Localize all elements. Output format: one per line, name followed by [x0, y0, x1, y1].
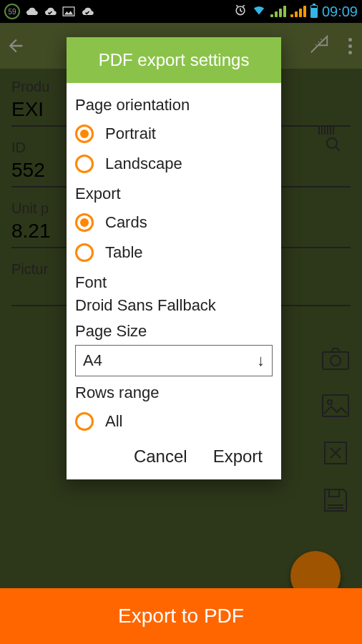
orientation-label: Page orientation: [75, 96, 273, 114]
status-badge: 59: [4, 4, 20, 19]
signal-icon: [290, 6, 306, 17]
radio-label: Table: [105, 243, 143, 262]
cancel-button[interactable]: Cancel: [134, 447, 187, 467]
cloud-check-icon: [80, 6, 94, 16]
dialog-title: PDF export settings: [67, 37, 281, 83]
page-size-select[interactable]: A4 ↓: [75, 345, 273, 376]
alarm-icon: [233, 3, 248, 20]
export-label: Export: [75, 185, 273, 203]
radio-all-rows[interactable]: All: [75, 406, 273, 436]
pdf-export-dialog: PDF export settings Page orientation Por…: [67, 37, 281, 479]
radio-label: Landscape: [105, 155, 182, 173]
image-icon: [62, 6, 76, 16]
radio-icon: [75, 213, 94, 232]
chevron-down-icon: ↓: [257, 351, 265, 370]
cloud-check-icon: [43, 6, 57, 16]
radio-table[interactable]: Table: [75, 238, 273, 268]
cloud-icon: [24, 6, 39, 16]
font-label: Font: [75, 273, 273, 292]
radio-icon: [75, 125, 94, 143]
radio-icon: [75, 243, 94, 262]
page-size-value: A4: [83, 351, 102, 370]
export-to-pdf-label: Export to PDF: [118, 605, 244, 628]
radio-cards[interactable]: Cards: [75, 208, 273, 238]
rows-range-label: Rows range: [75, 384, 273, 402]
radio-icon: [75, 155, 94, 173]
radio-portrait[interactable]: Portrait: [75, 119, 273, 149]
font-value[interactable]: Droid Sans Fallback: [75, 296, 273, 315]
status-bar: 59 09:09: [0, 0, 362, 23]
radio-label: All: [105, 412, 122, 431]
radio-label: Cards: [105, 213, 147, 232]
export-button[interactable]: Export: [213, 447, 263, 467]
wifi-icon: [252, 4, 266, 19]
status-time: 09:09: [322, 4, 358, 20]
battery-icon: [310, 5, 318, 18]
radio-icon: [75, 412, 94, 431]
page-size-label: Page Size: [75, 322, 273, 341]
signal-icon: [270, 6, 286, 17]
radio-label: Portrait: [105, 125, 156, 143]
radio-landscape[interactable]: Landscape: [75, 149, 273, 179]
export-to-pdf-button[interactable]: Export to PDF: [0, 588, 362, 644]
